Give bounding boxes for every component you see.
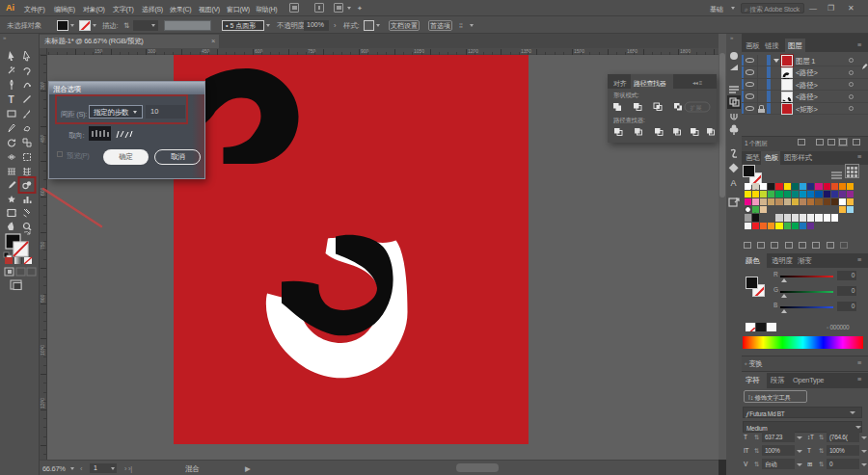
svg-text:T: T — [9, 94, 14, 105]
svg-text:扩展: 扩展 — [691, 104, 702, 111]
svg-text:A: A — [731, 178, 737, 188]
svg-text:»: » — [3, 35, 7, 40]
svg-text:»: » — [730, 35, 734, 40]
